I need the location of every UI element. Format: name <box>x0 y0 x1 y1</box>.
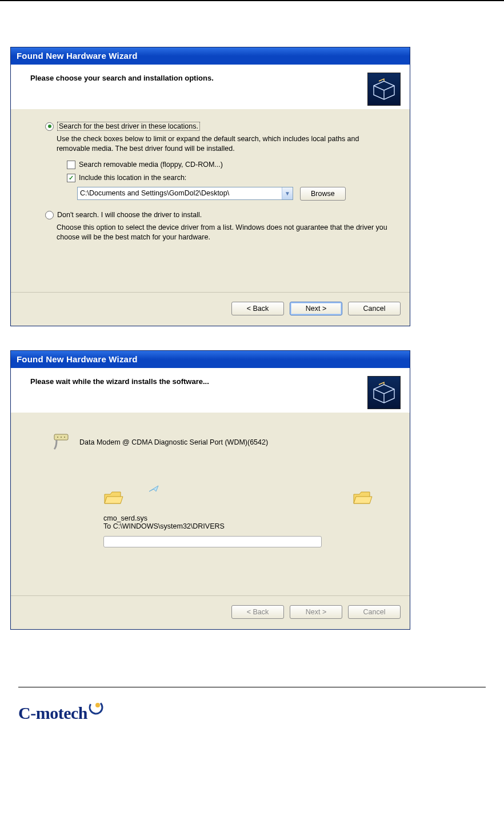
brand-footer: C-motech <box>18 700 494 729</box>
cancel-button: Cancel <box>348 605 401 619</box>
file-name: cmo_serd.sys <box>103 514 390 522</box>
folder-open-icon <box>103 490 124 507</box>
location-path-combo[interactable]: C:\Documents and Settings\GomDol2\Deskto… <box>77 187 293 200</box>
folder-open-icon <box>353 490 373 507</box>
dialog-body: Data Modem @ CDMA Diagnostic Serial Port… <box>11 413 410 595</box>
dialog-header: Please choose your search and installati… <box>11 65 410 109</box>
window-title: Found New Hardware Wizard <box>11 351 410 368</box>
serial-port-icon <box>51 432 71 453</box>
svg-point-1 <box>57 437 58 438</box>
checkbox-icon <box>67 174 75 182</box>
radio-search-label: Search for the best driver in these loca… <box>57 122 200 131</box>
wizard-dialog-1: Found New Hardware Wizard Please choose … <box>10 47 410 326</box>
header-title: Please wait while the wizard installs th… <box>30 377 209 386</box>
progress-bar <box>103 536 322 547</box>
hardware-box-icon <box>367 376 401 409</box>
wizard-dialog-2: Found New Hardware Wizard Please wait wh… <box>10 350 410 630</box>
button-bar: < Back Next > Cancel <box>11 292 410 326</box>
browse-button[interactable]: Browse <box>300 187 346 201</box>
footer-separator <box>18 687 486 687</box>
brand-logo-icon <box>89 700 103 715</box>
button-bar: < Back Next > Cancel <box>11 595 410 629</box>
radio-dont-search[interactable]: Don't search. I will choose the driver t… <box>45 211 390 219</box>
location-path-text: C:\Documents and Settings\GomDol2\Deskto… <box>78 187 282 199</box>
radio-icon <box>45 211 54 219</box>
brand-text: C-motech <box>18 703 87 723</box>
next-button[interactable]: Next > <box>290 302 342 315</box>
radio-dont-search-label: Don't search. I will choose the driver t… <box>57 211 202 219</box>
device-name: Data Modem @ CDMA Diagnostic Serial Port… <box>79 438 268 446</box>
back-button: < Back <box>231 605 284 619</box>
header-title: Please choose your search and installati… <box>30 74 214 82</box>
svg-point-4 <box>89 700 103 715</box>
dialog-header: Please wait while the wizard installs th… <box>11 368 410 413</box>
svg-point-2 <box>61 437 62 438</box>
next-button: Next > <box>290 605 342 619</box>
option2-description: Choose this option to select the device … <box>57 223 390 242</box>
checkbox-include-label: Include this location in the search: <box>79 174 186 182</box>
window-title: Found New Hardware Wizard <box>11 47 410 65</box>
checkbox-icon <box>67 161 75 169</box>
checkbox-removable-media[interactable]: Search removable media (floppy, CD-ROM..… <box>67 161 390 169</box>
option1-description: Use the check boxes below to limit or ex… <box>57 134 390 154</box>
checkbox-removable-label: Search removable media (floppy, CD-ROM..… <box>79 161 223 169</box>
hardware-box-icon <box>367 73 401 106</box>
chevron-down-icon[interactable]: ▼ <box>282 187 293 199</box>
radio-search[interactable]: Search for the best driver in these loca… <box>45 122 390 131</box>
svg-point-3 <box>64 437 65 438</box>
dialog-body: Search for the best driver in these loca… <box>11 109 410 292</box>
checkbox-include-location[interactable]: Include this location in the search: <box>67 174 390 182</box>
destination-path: To C:\WINDOWS\system32\DRIVERS <box>103 522 390 530</box>
cancel-button[interactable]: Cancel <box>348 302 401 315</box>
paper-fly-icon <box>148 483 161 494</box>
back-button[interactable]: < Back <box>231 302 284 315</box>
svg-point-5 <box>95 703 100 707</box>
radio-icon <box>45 122 54 131</box>
